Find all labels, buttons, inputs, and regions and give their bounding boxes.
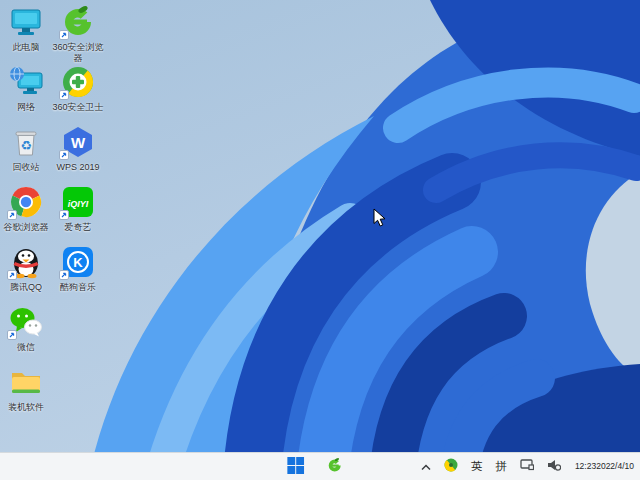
desktop-icon-label: 网络 [0,102,52,113]
tray-volume-button[interactable] [545,457,563,476]
desktop-icon-network[interactable]: 网络 [0,65,52,113]
speaker-icon [547,459,561,474]
mouse-cursor [373,208,386,227]
desktop-icon-360-safeguard[interactable]: 360安全卫士 [50,65,106,113]
desktop-icon-recycle-bin[interactable]: ♻ 回收站 [0,125,52,173]
shortcut-arrow-icon [59,270,69,280]
desktop-icon-chrome[interactable]: 谷歌浏览器 [0,185,52,233]
360-browser-icon [61,5,95,39]
tray-chevron-button[interactable] [419,457,433,476]
chevron-up-icon [421,459,431,474]
360-tray-ball-icon [444,458,458,475]
network-icon [9,65,43,99]
desktop-icon-label: 360安全浏览器 [50,42,106,64]
shortcut-arrow-icon [59,210,69,220]
svg-text:K: K [73,255,83,270]
ime-language-indicator[interactable]: 英 [469,457,485,476]
kugou-icon: K [61,245,95,279]
desktop-icon-label: 谷歌浏览器 [0,222,52,233]
desktop-icon-label: 回收站 [0,162,52,173]
desktop-icon-label: 360安全卫士 [50,102,106,113]
svg-text:W: W [71,134,86,151]
desktop-icon-this-pc[interactable]: 此电脑 [0,5,52,53]
shortcut-arrow-icon [59,150,69,160]
desktop-icon-tencent-qq[interactable]: 腾讯QQ [0,245,52,293]
desktop-icon-kugou[interactable]: K 酷狗音乐 [50,245,106,293]
desktop-icon-wps-2019[interactable]: W WPS 2019 [50,125,106,173]
tray-display-button[interactable] [518,457,536,476]
wechat-icon [9,305,43,339]
desktop-icon-label: 微信 [0,342,52,353]
360-browser-icon [326,457,343,477]
desktop-icon-label: 腾讯QQ [0,282,52,293]
svg-text:iQIYI: iQIYI [68,199,89,209]
clock-date: 2022/4/10 [596,461,634,472]
taskbar-360-browser-button[interactable] [324,455,345,479]
chrome-icon [9,185,43,219]
taskbar: 英 拼 12:23 2022/4/10 [0,452,640,480]
shortcut-arrow-icon [7,210,17,220]
desktop-icon-label: 此电脑 [0,42,52,53]
desktop-icon-iqiyi[interactable]: iQIYI 爱奇艺 [50,185,106,233]
desktop-icon-label: 酷狗音乐 [50,282,106,293]
shortcut-arrow-icon [59,30,69,40]
clock-time: 12:23 [575,461,596,472]
windows-logo-icon [287,457,304,477]
wps-icon: W [61,125,95,159]
desktop-icon-wechat[interactable]: 微信 [0,305,52,353]
folder-icon [9,365,43,399]
desktop-icon-software-folder[interactable]: 装机软件 [0,365,52,413]
desktop-icon-label: 爱奇艺 [50,222,106,233]
tray-360-icon-button[interactable] [442,456,460,477]
shortcut-arrow-icon [7,330,17,340]
ime-pinyin-indicator[interactable]: 拼 [493,457,509,476]
display-icon [520,459,534,474]
desktop-icon-360-browser[interactable]: 360安全浏览器 [50,5,106,64]
360-safeguard-icon [61,65,95,99]
start-button[interactable] [285,455,306,479]
desktop-icon-label: WPS 2019 [50,162,106,173]
taskbar-center [285,455,345,479]
shortcut-arrow-icon [59,90,69,100]
desktop-icon-label: 装机软件 [0,402,52,413]
recycle-bin-icon: ♻ [9,125,43,159]
iqiyi-icon: iQIYI [61,185,95,219]
this-pc-icon [9,5,43,39]
taskbar-tray: 英 拼 12:23 2022/4/10 [419,453,636,480]
shortcut-arrow-icon [7,270,17,280]
qq-penguin-icon [9,245,43,279]
svg-text:♻: ♻ [20,138,32,153]
tray-clock[interactable]: 12:23 2022/4/10 [572,459,636,474]
